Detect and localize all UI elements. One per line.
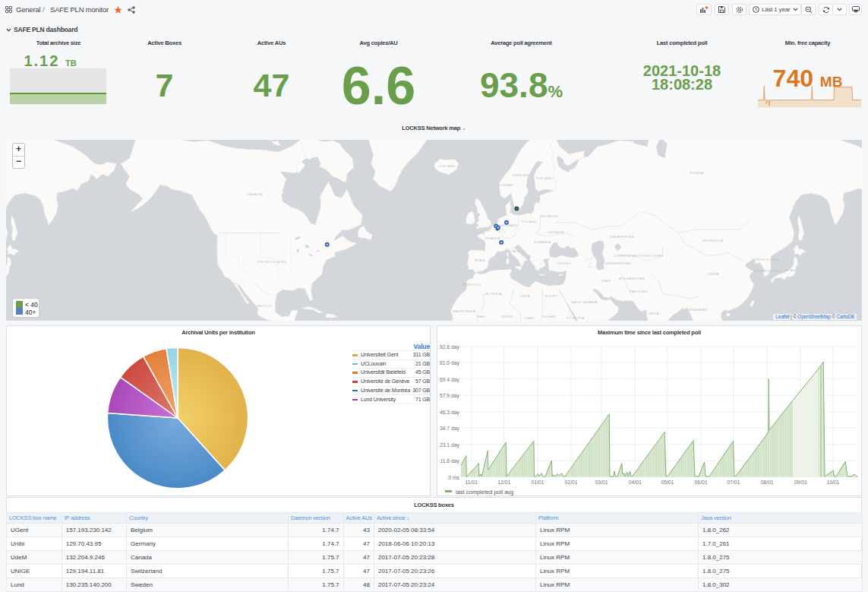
svg-text:MOROCCO: MOROCCO xyxy=(462,283,482,287)
svg-text:92.6 day: 92.6 day xyxy=(440,344,460,350)
svg-text:11.6 day: 11.6 day xyxy=(440,458,459,464)
svg-text:SAUDI ARABIA: SAUDI ARABIA xyxy=(571,300,598,304)
svg-text:57.9 day: 57.9 day xyxy=(440,393,460,399)
svg-text:MYANMAR: MYANMAR xyxy=(689,308,707,312)
svg-text:09/01: 09/01 xyxy=(794,480,807,485)
svg-text:UNITED STATES: UNITED STATES xyxy=(257,260,286,264)
svg-text:KYRGYZSTAN: KYRGYZSTAN xyxy=(639,254,664,258)
svg-text:INDIA: INDIA xyxy=(649,312,658,315)
svg-text:BELARUS: BELARUS xyxy=(541,214,558,218)
svg-text:AFGHANISTAN: AFGHANISTAN xyxy=(619,277,645,280)
svg-text:46.3 day: 46.3 day xyxy=(440,410,460,416)
svg-text:TURKMENISTAN: TURKMENISTAN xyxy=(602,261,631,265)
svg-text:10/01: 10/01 xyxy=(826,480,839,485)
svg-text:UZBEKISTAN: UZBEKISTAN xyxy=(614,254,638,258)
svg-text:MEXICO: MEXICO xyxy=(257,304,272,308)
svg-text:RUSSIA: RUSSIA xyxy=(690,171,703,175)
svg-text:FINLAND: FINLAND xyxy=(536,176,552,180)
svg-text:ETHIOPIA: ETHIOPIA xyxy=(567,316,584,320)
svg-text:JAPAN: JAPAN xyxy=(784,268,796,272)
svg-text:KAZAKHSTAN: KAZAKHSTAN xyxy=(610,235,634,239)
svg-text:MAURITANIA: MAURITANIA xyxy=(453,309,475,313)
svg-text:FRANCE: FRANCE xyxy=(485,236,500,240)
svg-text:ALGERIA: ALGERIA xyxy=(485,292,501,296)
svg-text:MONGOLIA: MONGOLIA xyxy=(703,239,723,242)
svg-text:NORWAY: NORWAY xyxy=(497,183,513,187)
svg-text:03/01: 03/01 xyxy=(595,480,608,485)
svg-text:ROMANIA: ROMANIA xyxy=(534,240,551,244)
svg-text:CHAD: CHAD xyxy=(524,316,535,320)
svg-text:01/01: 01/01 xyxy=(531,480,544,485)
svg-text:UKRAINE: UKRAINE xyxy=(548,230,564,234)
svg-text:SPAIN: SPAIN xyxy=(475,258,486,262)
svg-text:TURKEY: TURKEY xyxy=(557,261,572,265)
svg-text:SUDAN: SUDAN xyxy=(542,315,555,318)
svg-text:SWEDEN: SWEDEN xyxy=(513,173,529,177)
svg-text:12/01: 12/01 xyxy=(497,480,510,485)
svg-text:EGYPT: EGYPT xyxy=(545,294,558,298)
svg-text:CHINA: CHINA xyxy=(707,272,718,276)
svg-text:GERMANY: GERMANY xyxy=(500,223,519,227)
svg-text:PAKISTAN: PAKISTAN xyxy=(630,290,648,293)
svg-text:07/01: 07/01 xyxy=(727,480,740,485)
svg-text:23.1 day: 23.1 day xyxy=(440,442,460,448)
svg-text:CANADA: CANADA xyxy=(247,192,262,196)
svg-text:NIGER: NIGER xyxy=(501,315,513,318)
svg-text:81.0 day: 81.0 day xyxy=(440,360,460,366)
svg-text:11/01: 11/01 xyxy=(465,480,478,485)
svg-text:IRAN: IRAN xyxy=(601,279,611,283)
svg-text:ICELAND: ICELAND xyxy=(439,164,455,168)
svg-text:NORTH KOREA: NORTH KOREA xyxy=(752,258,779,261)
svg-text:69.4 day: 69.4 day xyxy=(440,377,460,383)
svg-text:LIBYA: LIBYA xyxy=(519,294,530,298)
svg-text:34.7 day: 34.7 day xyxy=(440,426,460,432)
svg-text:08/01: 08/01 xyxy=(760,480,773,485)
svg-text:MALI: MALI xyxy=(477,315,486,318)
svg-text:04/01: 04/01 xyxy=(629,480,642,485)
svg-text:POLAND: POLAND xyxy=(522,220,537,223)
svg-text:0 ms: 0 ms xyxy=(448,475,459,480)
svg-text:06/01: 06/01 xyxy=(695,480,708,485)
svg-text:ITALY: ITALY xyxy=(510,249,519,253)
svg-text:05/01: 05/01 xyxy=(661,480,674,485)
svg-text:SOUTH KOREA: SOUTH KOREA xyxy=(754,269,781,273)
svg-text:last completed poll avg: last completed poll avg xyxy=(456,489,513,495)
svg-text:02/01: 02/01 xyxy=(565,480,578,485)
